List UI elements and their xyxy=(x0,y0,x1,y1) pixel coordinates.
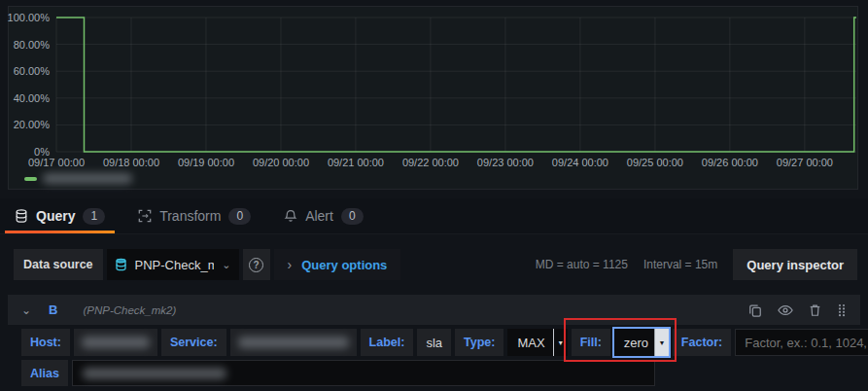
fill-select-value: zero xyxy=(614,329,654,356)
tab-count-badge: 0 xyxy=(341,208,364,225)
type-select[interactable]: MAX ▼ xyxy=(507,329,567,356)
database-icon xyxy=(15,209,28,223)
tab-count-badge: 0 xyxy=(228,208,251,225)
y-tick-label: 80.00% xyxy=(14,39,50,51)
chevron-right-icon: › xyxy=(288,257,293,272)
tab-count-badge: 1 xyxy=(83,208,105,225)
tab-transform[interactable]: Transform 0 xyxy=(128,198,260,233)
data-source-label: Data source xyxy=(14,249,103,280)
x-tick-label: 09/17 00:00 xyxy=(28,157,85,168)
service-value-redacted[interactable] xyxy=(230,329,357,356)
bell-icon xyxy=(284,209,297,223)
factor-label: Factor: xyxy=(673,329,731,356)
duplicate-icon[interactable] xyxy=(748,303,762,317)
query-row-actions xyxy=(748,303,847,317)
tab-query[interactable]: Query 1 xyxy=(5,198,115,233)
x-tick-label: 09/24 00:00 xyxy=(552,157,608,168)
data-source-picker[interactable]: PNP-Check_mk2 ⌄ xyxy=(107,249,239,280)
query-editor-row: ⌄ B (PNP-Check_mk2) Host: Service: xyxy=(8,295,860,386)
question-circle-icon: ? xyxy=(249,258,263,272)
query-datasource-hint: (PNP-Check_mk2) xyxy=(83,304,176,316)
select-arrow-icon: ▼ xyxy=(553,329,568,356)
factor-input[interactable] xyxy=(735,329,868,356)
query-inspector-button[interactable]: Query inspector xyxy=(733,249,857,280)
select-arrow-icon: ▼ xyxy=(654,329,669,356)
query-toolbar: Data source PNP-Check_mk2 ⌄ ? › Query op… xyxy=(14,249,857,280)
x-tick-label: 09/26 00:00 xyxy=(702,157,758,168)
database-icon xyxy=(115,258,127,271)
y-tick-label: 60.00% xyxy=(14,65,50,77)
tab-label: Query xyxy=(36,208,75,224)
legend[interactable] xyxy=(24,173,132,184)
query-options-label: Query options xyxy=(301,258,387,272)
x-tick-label: 09/23 00:00 xyxy=(477,157,534,168)
query-options-toggle[interactable]: › Query options xyxy=(274,249,401,280)
chevron-down-icon[interactable]: ⌄ xyxy=(21,303,31,317)
max-data-points-info: MD = auto = 1125 xyxy=(536,249,628,280)
query-ref-id[interactable]: B xyxy=(49,302,57,317)
x-tick-label: 09/27 00:00 xyxy=(777,157,833,168)
label-value[interactable]: sla xyxy=(417,329,451,356)
legend-swatch[interactable] xyxy=(24,177,37,181)
tab-label: Alert xyxy=(305,208,333,224)
data-source-value: PNP-Check_mk2 xyxy=(135,258,215,272)
time-series-panel: 100.00%80.00%60.00%40.00%20.00%0% 09/17 … xyxy=(8,6,858,190)
trash-icon[interactable] xyxy=(809,303,821,317)
fill-label: Fill: xyxy=(572,329,610,356)
service-label: Service: xyxy=(161,329,226,356)
fill-field-group: Fill: zero ▼ xyxy=(572,329,669,356)
fill-select[interactable]: zero ▼ xyxy=(614,329,669,356)
drag-handle-icon[interactable] xyxy=(837,303,847,317)
interval-info: Interval = 15m xyxy=(643,249,717,280)
x-tick-label: 09/20 00:00 xyxy=(253,157,309,168)
toolbar-spacer xyxy=(404,249,531,280)
x-tick-label: 09/19 00:00 xyxy=(178,157,234,168)
x-tick-label: 09/25 00:00 xyxy=(627,157,683,168)
legend-label-redacted xyxy=(43,173,132,184)
tab-label: Transform xyxy=(159,208,221,224)
alias-row: Alias xyxy=(21,360,847,386)
x-tick-label: 09/18 00:00 xyxy=(103,157,159,168)
host-label: Host: xyxy=(21,329,70,356)
eye-icon[interactable] xyxy=(778,304,793,316)
y-tick-label: 20.00% xyxy=(14,119,50,130)
x-tick-label: 09/21 00:00 xyxy=(328,157,384,168)
x-tick-label: 09/22 00:00 xyxy=(402,157,459,168)
host-value-redacted[interactable] xyxy=(74,329,157,356)
alias-label: Alias xyxy=(21,360,68,386)
y-tick-label: 100.00% xyxy=(8,12,50,23)
editor-tabs: Query 1 Transform 0 Alert 0 xyxy=(0,198,868,234)
type-label: Type: xyxy=(455,329,503,356)
chevron-down-icon: ⌄ xyxy=(222,259,230,271)
query-row-header: ⌄ B (PNP-Check_mk2) xyxy=(8,295,860,325)
type-select-value: MAX xyxy=(507,329,552,356)
tab-alert[interactable]: Alert 0 xyxy=(274,198,372,233)
label-label: Label: xyxy=(361,329,414,356)
y-tick-label: 40.00% xyxy=(14,92,50,104)
data-source-help-button[interactable]: ? xyxy=(243,249,270,280)
query-fields-row: Host: Service: Label: sla Type: MAX ▼ Fi… xyxy=(21,329,847,356)
alias-input-redacted[interactable] xyxy=(72,360,655,386)
transform-icon xyxy=(138,209,152,223)
